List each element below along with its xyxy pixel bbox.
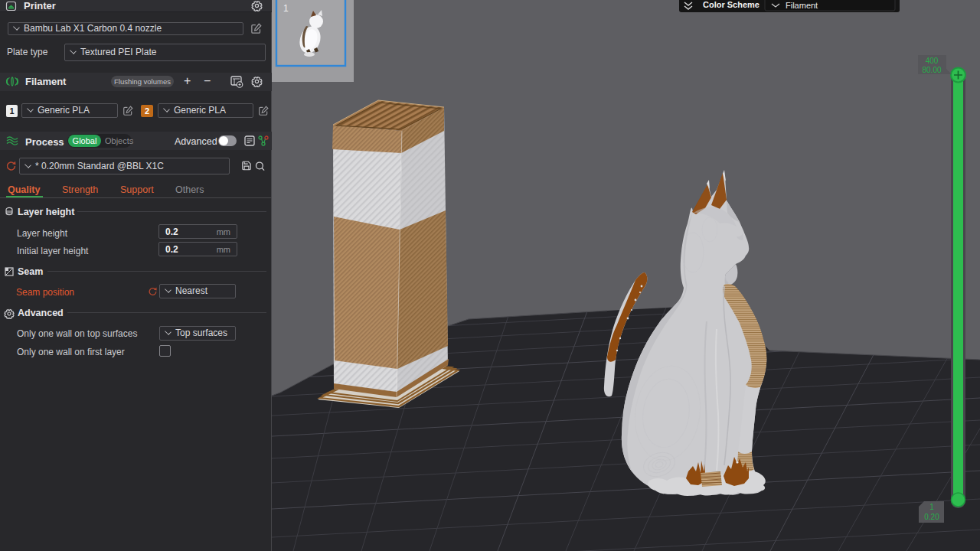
svg-text:0.20: 0.20	[924, 513, 939, 521]
svg-text:1: 1	[929, 503, 934, 511]
svg-text:80.00: 80.00	[922, 66, 941, 74]
svg-text:Filament: Filament	[786, 1, 818, 10]
svg-text:Color Scheme: Color Scheme	[703, 0, 760, 9]
svg-text:400: 400	[926, 57, 939, 65]
svg-text:1: 1	[283, 3, 289, 14]
